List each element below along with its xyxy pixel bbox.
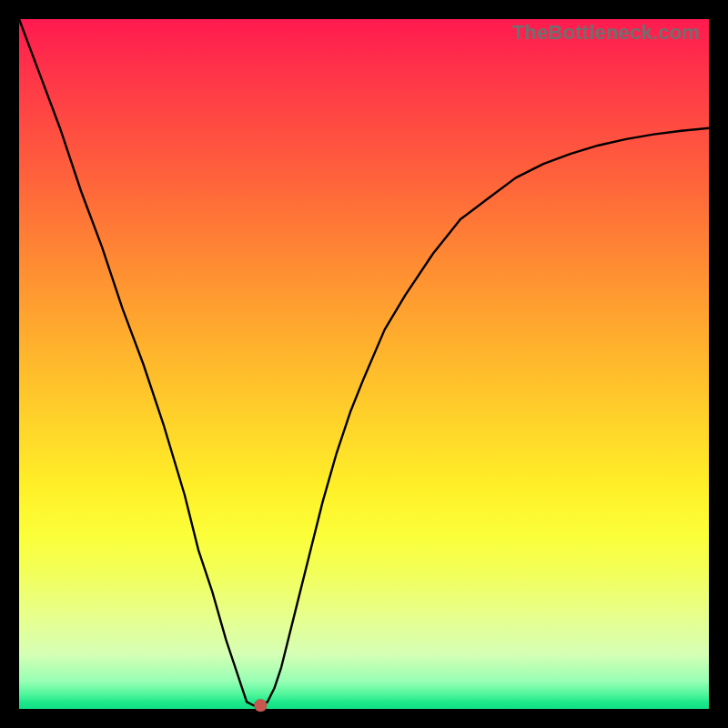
- min-marker: [254, 699, 267, 712]
- chart-frame: TheBottleneck.com: [0, 0, 728, 728]
- bottleneck-curve: [19, 19, 709, 705]
- plot-area: TheBottleneck.com: [19, 19, 709, 709]
- curve-layer: [19, 19, 709, 709]
